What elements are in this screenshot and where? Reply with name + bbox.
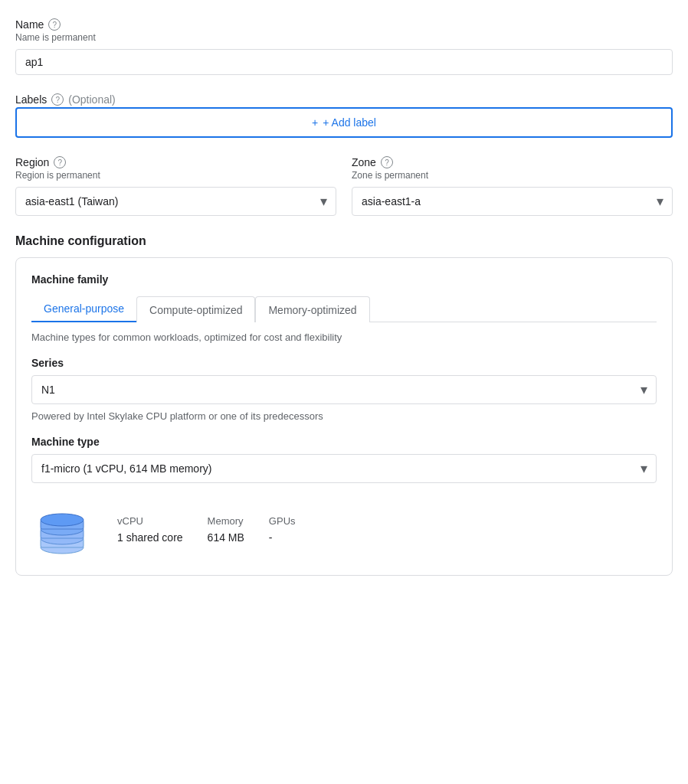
series-desc: Powered by Intel Skylake CPU platform or… [31, 410, 657, 422]
name-label-text: Name [15, 18, 44, 31]
machine-family-desc: Machine types for common workloads, opti… [31, 332, 657, 343]
region-field: Region ? Region is permanent asia-east1 … [15, 156, 336, 216]
vcpu-value: 1 shared core [117, 531, 183, 544]
region-sublabel: Region is permanent [15, 170, 336, 181]
labels-label: Labels ? (Optional) [15, 93, 673, 106]
zone-field: Zone ? Zone is permanent asia-east1-a as… [352, 156, 673, 216]
region-select-wrapper: asia-east1 (Taiwan) us-central1 (Iowa) u… [15, 187, 336, 216]
zone-help-icon[interactable]: ? [381, 156, 393, 168]
gpus-label: GPUs [269, 515, 296, 527]
region-label: Region ? [15, 156, 336, 168]
add-label-button[interactable]: + + Add label [15, 107, 673, 138]
memory-spec: Memory 614 MB [208, 515, 244, 544]
zone-label-text: Zone [352, 156, 376, 168]
region-help-icon[interactable]: ? [54, 156, 66, 168]
gpus-spec: GPUs - [269, 515, 296, 544]
specs-row: vCPU 1 shared core Memory 614 MB GPUs - [31, 498, 657, 560]
tab-memory-optimized[interactable]: Memory-optimized [255, 296, 369, 322]
tab-compute-optimized[interactable]: Compute-optimized [136, 296, 255, 322]
name-input[interactable] [15, 49, 673, 75]
machine-config-box: Machine family General-purpose Compute-o… [15, 257, 673, 576]
machine-family-tabs: General-purpose Compute-optimized Memory… [31, 296, 657, 322]
svg-point-6 [41, 514, 84, 526]
machine-config-heading: Machine configuration [15, 234, 673, 248]
name-section: Name ? Name is permanent [15, 18, 673, 75]
machine-family-label: Machine family [31, 273, 657, 286]
zone-label: Zone ? [352, 156, 673, 168]
zone-select[interactable]: asia-east1-a asia-east1-b asia-east1-c [352, 187, 673, 216]
memory-value: 614 MB [208, 531, 244, 544]
labels-optional: (Optional) [68, 93, 115, 106]
name-label: Name ? [15, 18, 673, 31]
name-sublabel: Name is permanent [15, 32, 673, 43]
add-label-text: + Add label [323, 116, 376, 129]
machine-config-section: Machine configuration Machine family Gen… [15, 234, 673, 576]
zone-sublabel: Zone is permanent [352, 170, 673, 181]
tab-general-purpose[interactable]: General-purpose [31, 296, 136, 322]
zone-select-wrapper: asia-east1-a asia-east1-b asia-east1-c ▾ [352, 187, 673, 216]
region-zone-section: Region ? Region is permanent asia-east1 … [15, 156, 673, 216]
vcpu-spec: vCPU 1 shared core [117, 515, 183, 544]
machine-type-select[interactable]: f1-micro (1 vCPU, 614 MB memory) g1-smal… [31, 454, 657, 483]
machine-type-select-wrapper: f1-micro (1 vCPU, 614 MB memory) g1-smal… [31, 454, 657, 483]
labels-label-text: Labels [15, 93, 47, 106]
cpu-stack-icon [31, 498, 93, 560]
vcpu-label: vCPU [117, 515, 183, 527]
add-label-icon: + [312, 116, 318, 129]
series-select-wrapper: N1 N2 E2 ▾ [31, 375, 657, 404]
name-help-icon[interactable]: ? [48, 18, 61, 31]
memory-label: Memory [208, 515, 244, 527]
series-label: Series [31, 357, 657, 369]
labels-help-icon[interactable]: ? [51, 93, 64, 106]
machine-type-label: Machine type [31, 436, 657, 448]
gpus-value: - [269, 531, 296, 544]
region-label-text: Region [15, 156, 49, 168]
labels-section: Labels ? (Optional) + + Add label [15, 93, 673, 138]
series-select[interactable]: N1 N2 E2 [31, 375, 657, 404]
region-select[interactable]: asia-east1 (Taiwan) us-central1 (Iowa) u… [15, 187, 336, 216]
